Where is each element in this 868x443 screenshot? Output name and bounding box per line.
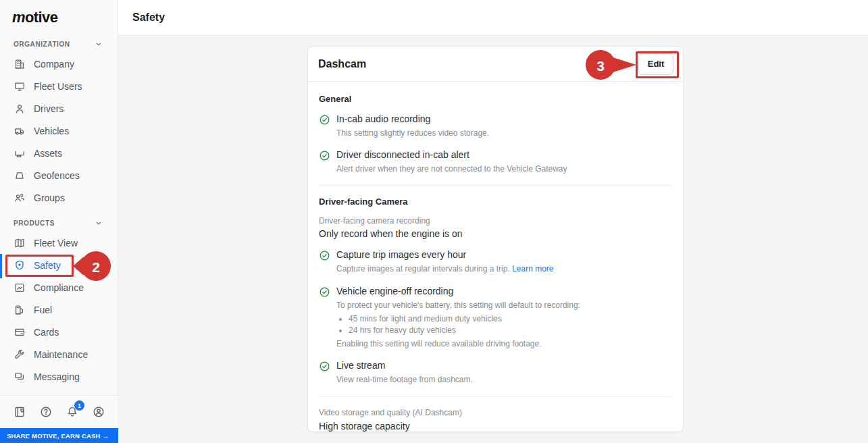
setting-desc: Capture images at regular intervals duri… — [336, 263, 554, 274]
storage-block: Video storage and quality (AI Dashcam) H… — [319, 408, 672, 433]
dashcam-card-body: General In-cab audio recording This sett… — [308, 82, 683, 432]
bullet-item: 24 hrs for heavy duty vehicles — [349, 325, 580, 336]
sidebar-item-cards[interactable]: Cards — [0, 321, 118, 343]
sidebar-item-assets[interactable]: Assets — [0, 142, 118, 164]
setting-title: In-cab audio recording — [336, 113, 489, 124]
maintenance-icon — [14, 348, 26, 361]
sidebar-item-messaging[interactable]: Messaging — [0, 365, 118, 388]
engine-off-bullet-list: 45 mins for light and medium duty vehicl… — [341, 313, 580, 336]
setting-driver-disconnected: Driver disconnected in-cab alert Alert d… — [319, 149, 672, 174]
fuel-icon — [14, 304, 26, 316]
setting-title: Driver disconnected in-cab alert — [336, 149, 567, 160]
recording-value: Only record when the engine is on — [319, 228, 672, 239]
topbar: Safety — [118, 0, 868, 36]
section-organization[interactable]: ORGANIZATION — [0, 35, 118, 53]
page-title: Safety — [132, 11, 165, 24]
divider — [319, 396, 672, 397]
main-content: Dashcam Edit General In-cab audio record… — [118, 36, 868, 443]
sidebar-item-maintenance[interactable]: Maintenance — [0, 343, 118, 365]
setting-desc: This setting slightly reduces video stor… — [336, 128, 489, 138]
setting-in-cab-audio: In-cab audio recording This setting slig… — [319, 113, 672, 138]
notifications-bell-icon[interactable]: 1 — [66, 405, 79, 419]
motive-logo[interactable]: motive — [0, 0, 118, 35]
notification-badge: 1 — [74, 400, 84, 411]
sidebar-item-drivers[interactable]: Drivers — [0, 97, 118, 120]
dashcam-title: Dashcam — [318, 58, 366, 70]
check-circle-icon — [319, 150, 330, 161]
check-circle-icon — [319, 361, 330, 372]
setting-capture-trip-images: Capture trip images every hour Capture i… — [319, 249, 672, 274]
fleet-users-icon — [14, 80, 26, 93]
sidebar: motive ORGANIZATION Company Fleet Users … — [0, 0, 118, 443]
check-circle-icon — [319, 114, 330, 126]
sidebar-item-company[interactable]: Company — [0, 53, 118, 75]
setting-desc: Alert driver when they are not connected… — [336, 163, 567, 174]
sidebar-item-fleet-view[interactable]: Fleet View — [0, 232, 118, 254]
messaging-icon — [14, 371, 26, 383]
cards-icon — [14, 326, 26, 338]
setting-live-stream: Live stream View real-time footage from … — [319, 360, 672, 385]
vehicles-icon — [14, 125, 26, 137]
groups-icon — [14, 192, 26, 204]
divider — [319, 185, 672, 186]
sidebar-item-fuel[interactable]: Fuel — [0, 298, 118, 321]
sidebar-footer: 1 — [0, 395, 118, 428]
setting-title: Live stream — [336, 360, 473, 371]
sidebar-item-fleet-users[interactable]: Fleet Users — [0, 75, 118, 97]
sidebar-item-geofences[interactable]: Geofences — [0, 164, 118, 186]
company-icon — [14, 58, 26, 70]
share-motive-banner[interactable]: SHARE MOTIVE, EARN CASH → — [0, 428, 118, 443]
edit-button[interactable]: Edit — [638, 53, 673, 75]
setting-desc: View real-time footage from dashcam. — [336, 374, 473, 385]
fleet-view-icon — [14, 237, 26, 249]
sidebar-item-groups[interactable]: Groups — [0, 186, 118, 209]
recording-label: Driver-facing camera recording — [319, 216, 672, 226]
account-icon[interactable] — [92, 405, 105, 419]
compliance-icon — [14, 282, 26, 294]
drivers-icon — [14, 103, 26, 115]
storage-label: Video storage and quality (AI Dashcam) — [319, 408, 672, 417]
sidebar-item-safety[interactable]: Safety — [0, 254, 118, 276]
storage-value: High storage capacity — [319, 421, 672, 432]
geofences-icon — [14, 170, 26, 182]
setting-engine-off-recording: Vehicle engine-off recording To protect … — [319, 286, 672, 350]
motive-logo-mark: m — [12, 9, 25, 26]
general-heading: General — [319, 94, 672, 104]
setting-title: Vehicle engine-off recording — [336, 286, 580, 296]
sidebar-item-vehicles[interactable]: Vehicles — [0, 120, 118, 142]
chevron-down-icon — [95, 40, 103, 48]
section-products[interactable]: PRODUCTS — [0, 214, 118, 232]
dashcam-card-header: Dashcam Edit — [308, 47, 683, 82]
check-circle-icon — [319, 286, 330, 298]
dashcam-settings-card: Dashcam Edit General In-cab audio record… — [307, 46, 684, 432]
help-icon[interactable] — [39, 405, 53, 419]
active-item-indicator — [0, 254, 2, 278]
driver-facing-heading: Driver-facing Camera — [319, 197, 672, 207]
learn-more-link[interactable]: Learn more — [512, 264, 553, 273]
setting-desc: To protect your vehicle's battery, this … — [336, 300, 580, 350]
bullet-item: 45 mins for light and medium duty vehicl… — [349, 313, 580, 324]
sidebar-item-compliance[interactable]: Compliance — [0, 276, 118, 298]
assets-icon — [14, 147, 26, 159]
chevron-down-icon — [95, 219, 103, 227]
engine-off-note: Enabling this setting will reduce availa… — [336, 338, 580, 349]
logbook-icon[interactable] — [13, 405, 26, 419]
safety-shield-icon — [14, 259, 26, 271]
check-circle-icon — [319, 250, 330, 261]
setting-title: Capture trip images every hour — [336, 249, 554, 260]
